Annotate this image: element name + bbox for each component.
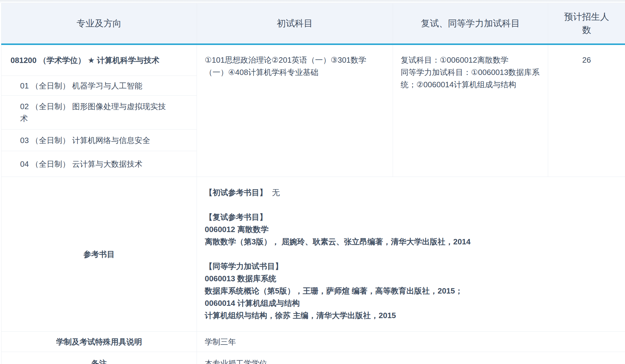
equivalency-reference-item: 0060013 数据库系统 — [205, 273, 617, 285]
header-planned-enrollment: 预计招生人数 — [548, 3, 625, 44]
program-code-row: 081200 （学术学位） ★ 计算机科学与技术 ①101思想政治理论②201英… — [2, 44, 625, 76]
direction-cell-03: 03 （全日制） 计算机网络与信息安全 — [2, 130, 197, 151]
initial-exam-cell: ①101思想政治理论②201英语（一）③301数学（一）④408计算机学科专业基… — [197, 44, 393, 177]
blank-line — [205, 199, 617, 211]
page-top-shadow — [0, 0, 625, 3]
program-code-cell: 081200 （学术学位） ★ 计算机科学与技术 — [2, 44, 197, 76]
reference-books-label: 参考书目 — [2, 177, 197, 332]
retest-subjects-line: 复试科目：①0060012离散数学 — [401, 54, 540, 66]
equivalency-reference-label: 【同等学力加试书目】 — [205, 260, 617, 273]
duration-value: 学制三年 — [197, 332, 625, 352]
duration-label: 学制及考试特殊用具说明 — [2, 332, 197, 352]
direction-cell-02: 02 （全日制） 图形图像处理与虚拟现实技术 — [2, 96, 197, 130]
equivalency-reference-item: 数据库系统概论（第5版），王珊，萨师煊 编著，高等教育出版社，2015； — [205, 285, 617, 297]
table-header-row: 专业及方向 初试科目 复试、同等学力加试科目 预计招生人数 — [2, 3, 625, 44]
direction-cell-04: 04 （全日制） 云计算与大数据技术 — [2, 151, 197, 177]
header-major-direction: 专业及方向 — [2, 3, 197, 44]
retest-reference-item: 离散数学（第3版）， 屈婉玲、耿素云、张立昂编著，清华大学出版社，2014 — [205, 236, 617, 248]
initial-reference-value: 无 — [272, 188, 280, 197]
equivalency-subjects-line: 同等学力加试科目：①0060013数据库系统；②0060014计算机组成与结构 — [401, 66, 540, 91]
direction-cell-01: 01 （全日制） 机器学习与人工智能 — [2, 76, 197, 96]
remarks-row: 备注 本专业授工学学位 — [2, 352, 625, 364]
planned-enrollment-cell: 26 — [548, 44, 625, 177]
retest-subjects-cell: 复试科目：①0060012离散数学 同等学力加试科目：①0060013数据库系统… — [393, 44, 548, 177]
reference-books-content: 【初试参考书目】无 【复试参考书目】 0060012 离散数学 离散数学（第3版… — [197, 177, 625, 332]
duration-row: 学制及考试特殊用具说明 学制三年 — [2, 332, 625, 352]
blank-line — [205, 248, 617, 260]
equivalency-reference-item: 计算机组织与结构，徐苏 主编，清华大学出版社，2015 — [205, 309, 617, 322]
initial-reference-line: 【初试参考书目】无 — [205, 186, 617, 199]
admissions-info-table: 专业及方向 初试科目 复试、同等学力加试科目 预计招生人数 081200 （学术… — [1, 3, 625, 364]
remarks-label: 备注 — [2, 352, 197, 364]
reference-books-row: 参考书目 【初试参考书目】无 【复试参考书目】 0060012 离散数学 离散数… — [2, 177, 625, 332]
initial-reference-label: 【初试参考书目】 — [205, 188, 267, 197]
retest-reference-label: 【复试参考书目】 — [205, 211, 617, 223]
equivalency-reference-item: 0060014 计算机组成与结构 — [205, 297, 617, 309]
remarks-value: 本专业授工学学位 — [197, 352, 625, 364]
retest-reference-item: 0060012 离散数学 — [205, 223, 617, 236]
header-retest-subjects: 复试、同等学力加试科目 — [393, 3, 548, 44]
header-initial-exam: 初试科目 — [197, 3, 393, 44]
